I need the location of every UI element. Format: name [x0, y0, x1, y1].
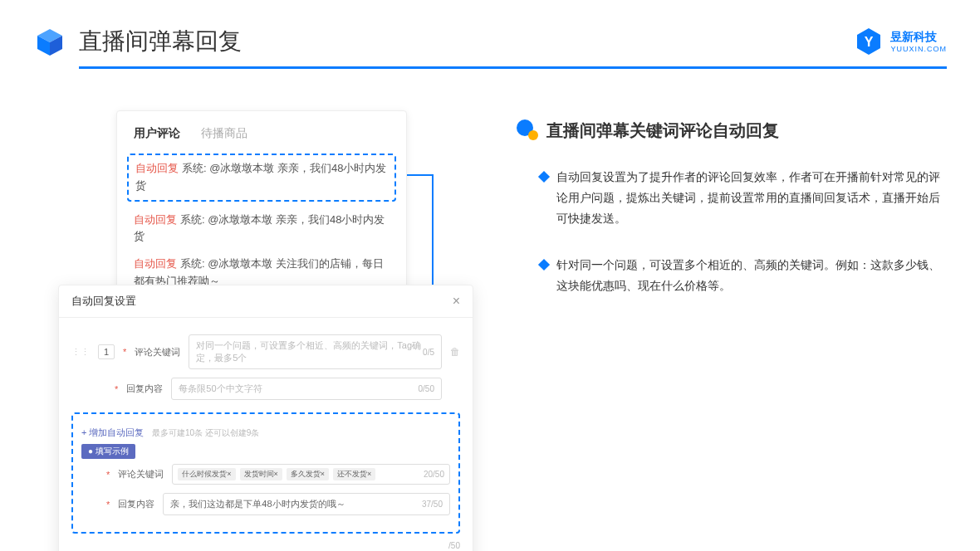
ex-content-counter: 37/50	[422, 500, 443, 509]
required-star: *	[115, 384, 118, 394]
outer-counter: /50	[448, 541, 460, 550]
trash-icon[interactable]: 🗑	[450, 346, 460, 358]
ex-keyword-input[interactable]: 什么时候发货× 发货时间× 多久发货× 还不发货× 20/50	[172, 464, 450, 485]
connector-line	[407, 174, 432, 176]
tag[interactable]: 发货时间×	[240, 468, 282, 480]
bullet-item: 针对同一个问题，可设置多个相近的、高频的关键词。例如：这款多少钱、这块能优惠吗、…	[515, 255, 947, 296]
brand-name-en: YUUXIN.COM	[890, 45, 947, 53]
example-row-content: * 回复内容 亲，我们这边都是下单48小时内发货的哦～ 37/50	[81, 493, 450, 515]
add-reply-row: + 增加自动回复 最多可建10条 还可以创建9条	[81, 424, 450, 439]
label-content: 回复内容	[126, 383, 163, 395]
chat-bubble-icon	[515, 119, 538, 142]
content-area: 用户评论 待播商品 自动回复系统: @冰墩墩本墩 亲亲，我们48小时内发货 自动…	[0, 69, 980, 509]
modal-body: ⋮⋮ 1 * 评论关键词 对同一个问题，可设置多个相近、高频的关键词，Tag确定…	[59, 318, 473, 551]
brand-text: 昱新科技 YUUXIN.COM	[890, 30, 947, 53]
page-title: 直播间弹幕回复	[79, 26, 242, 57]
diamond-icon	[538, 171, 550, 183]
form-row-keyword: ⋮⋮ 1 * 评论关键词 对同一个问题，可设置多个相近、高频的关键词，Tag确定…	[71, 334, 460, 369]
comment-row: 自动回复系统: @冰墩墩本墩 亲亲，我们48小时内发货	[134, 212, 390, 246]
content-input[interactable]: 每条限50个中文字符 0/50	[171, 378, 442, 400]
keyword-placeholder: 对同一个问题，可设置多个相近、高频的关键词，Tag确定，最多5个	[196, 339, 423, 364]
add-reply-hint: 最多可建10条 还可以创建9条	[152, 428, 259, 437]
auto-reply-tag: 自动回复	[134, 257, 177, 270]
header-left: 直播间弹幕回复	[33, 25, 242, 58]
bullet-text: 自动回复设置为了提升作者的评论回复效率，作者可在开播前针对常见的评论用户问题，提…	[556, 167, 947, 230]
right-column: 直播间弹幕关键词评论自动回复 自动回复设置为了提升作者的评论回复效率，作者可在开…	[515, 110, 947, 509]
example-row-keyword: * 评论关键词 什么时候发货× 发货时间× 多久发货× 还不发货× 20/50	[81, 464, 450, 485]
example-box: + 增加自动回复 最多可建10条 还可以创建9条 ● 填写示例 * 评论关键词 …	[71, 412, 460, 534]
required-star: *	[106, 470, 110, 480]
content-counter: 0/50	[419, 384, 434, 393]
modal-title: 自动回复设置	[71, 294, 136, 309]
form-row-content: * 回复内容 每条限50个中文字符 0/50	[71, 378, 460, 400]
diamond-icon	[538, 258, 550, 270]
left-column: 用户评论 待播商品 自动回复系统: @冰墩墩本墩 亲亲，我们48小时内发货 自动…	[58, 110, 473, 509]
ex-content-text: 亲，我们这边都是下单48小时内发货的哦～	[170, 498, 345, 510]
auto-reply-tag: 自动回复	[135, 162, 179, 174]
section-title: 直播间弹幕关键词评论自动回复	[546, 119, 779, 142]
tabs: 用户评论 待播商品	[134, 126, 390, 141]
bullet-text: 针对同一个问题，可设置多个相近的、高频的关键词。例如：这款多少钱、这块能优惠吗、…	[556, 255, 947, 296]
brand-logo: Y 昱新科技 YUUXIN.COM	[854, 27, 947, 56]
page-header: 直播间弹幕回复 Y 昱新科技 YUUXIN.COM	[0, 0, 980, 66]
label-keyword: 评论关键词	[135, 346, 180, 358]
tag[interactable]: 多久发货×	[287, 468, 329, 480]
section-header: 直播间弹幕关键词评论自动回复	[515, 119, 947, 142]
keyword-counter: 0/5	[423, 348, 434, 357]
modal-header: 自动回复设置 ×	[59, 285, 473, 318]
row-number: 1	[98, 344, 115, 359]
svg-point-6	[528, 130, 538, 140]
close-icon[interactable]: ×	[453, 294, 460, 309]
tag[interactable]: 什么时候发货×	[178, 468, 235, 480]
ex-label-keyword: 评论关键词	[118, 468, 164, 480]
tag[interactable]: 还不发货×	[333, 468, 375, 480]
required-star: *	[106, 500, 110, 510]
add-reply-link[interactable]: + 增加自动回复	[81, 427, 144, 437]
cube-icon	[33, 25, 66, 58]
brand-logo-icon: Y	[854, 27, 884, 56]
keyword-input[interactable]: 对同一个问题，可设置多个相近、高频的关键词，Tag确定，最多5个 0/5	[189, 334, 442, 369]
ex-label-content: 回复内容	[118, 498, 154, 510]
auto-reply-tag: 自动回复	[134, 213, 177, 226]
svg-text:Y: Y	[865, 35, 874, 49]
ex-content-input[interactable]: 亲，我们这边都是下单48小时内发货的哦～ 37/50	[163, 493, 450, 515]
content-placeholder: 每条限50个中文字符	[179, 383, 262, 395]
tab-user-comments[interactable]: 用户评论	[134, 126, 180, 141]
required-star: *	[123, 347, 126, 357]
example-badge: ● 填写示例	[81, 444, 135, 459]
brand-name-cn: 昱新科技	[890, 30, 947, 45]
ex-keyword-counter: 20/50	[424, 470, 444, 479]
settings-modal: 自动回复设置 × ⋮⋮ 1 * 评论关键词 对同一个问题，可设置多个相近、高频的…	[58, 285, 473, 551]
comment-row: 自动回复系统: @冰墩墩本墩 亲亲，我们48小时内发货	[127, 154, 396, 202]
tab-pending-goods[interactable]: 待播商品	[201, 126, 247, 141]
bullet-item: 自动回复设置为了提升作者的评论回复效率，作者可在开播前针对常见的评论用户问题，提…	[515, 167, 947, 230]
